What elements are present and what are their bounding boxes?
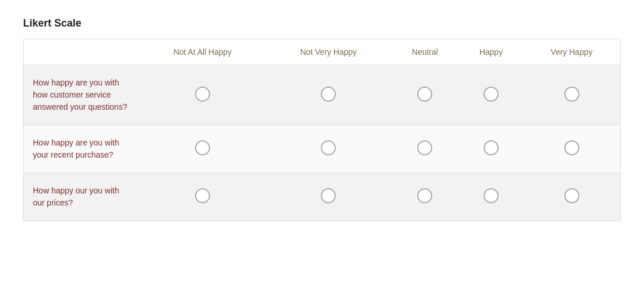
col-header-neutral: Neutral (391, 39, 459, 65)
col-header-not-at-all-happy: Not At All Happy (139, 39, 267, 65)
table-row: How happy are you with your recent purch… (24, 125, 621, 173)
radio-cell-row2-col4 (523, 173, 620, 221)
likert-scale-table: Not At All Happy Not Very Happy Neutral … (23, 39, 621, 221)
page-title: Likert Scale (23, 17, 621, 29)
col-header-happy: Happy (459, 39, 523, 65)
radio-cell-row1-col0 (139, 125, 267, 173)
radio-cell-row0-col4 (523, 65, 620, 125)
radio-cell-row0-col2 (391, 65, 459, 125)
radio-not-at-all-happy-row0[interactable] (195, 87, 210, 102)
radio-not-very-happy-row2[interactable] (321, 188, 336, 203)
col-header-not-very-happy: Not Very Happy (267, 39, 391, 65)
radio-not-very-happy-row1[interactable] (321, 140, 336, 155)
radio-not-at-all-happy-row1[interactable] (195, 140, 210, 155)
radio-happy-row2[interactable] (484, 188, 499, 203)
question-cell-2: How happy our you with our prices? (24, 173, 139, 221)
radio-cell-row1-col4 (523, 125, 620, 173)
radio-very-happy-row0[interactable] (564, 87, 579, 102)
radio-cell-row1-col3 (459, 125, 523, 173)
radio-cell-row1-col2 (391, 125, 459, 173)
radio-cell-row0-col0 (139, 65, 267, 125)
radio-cell-row0-col3 (459, 65, 523, 125)
table-row: How happy are you with how customer serv… (24, 65, 621, 125)
radio-cell-row1-col1 (267, 125, 391, 173)
radio-very-happy-row1[interactable] (564, 140, 579, 155)
radio-cell-row2-col3 (459, 173, 523, 221)
radio-cell-row2-col2 (391, 173, 459, 221)
question-cell-0: How happy are you with how customer serv… (24, 65, 139, 125)
question-cell-1: How happy are you with your recent purch… (24, 125, 139, 173)
radio-happy-row0[interactable] (484, 87, 499, 102)
table-row: How happy our you with our prices? (24, 173, 621, 221)
radio-happy-row1[interactable] (484, 140, 499, 155)
col-header-very-happy: Very Happy (523, 39, 620, 65)
col-header-question (24, 39, 139, 65)
radio-not-at-all-happy-row2[interactable] (195, 188, 210, 203)
radio-cell-row2-col0 (139, 173, 267, 221)
radio-cell-row0-col1 (267, 65, 391, 125)
table-header-row: Not At All Happy Not Very Happy Neutral … (24, 39, 621, 65)
radio-neutral-row1[interactable] (417, 140, 432, 155)
radio-not-very-happy-row0[interactable] (321, 87, 336, 102)
radio-neutral-row2[interactable] (417, 188, 432, 203)
radio-neutral-row0[interactable] (417, 87, 432, 102)
radio-very-happy-row2[interactable] (564, 188, 579, 203)
radio-cell-row2-col1 (267, 173, 391, 221)
